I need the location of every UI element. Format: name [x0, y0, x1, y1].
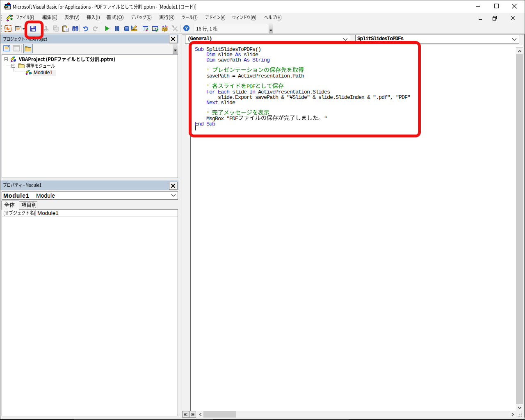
svg-text:?: ?: [185, 26, 188, 31]
